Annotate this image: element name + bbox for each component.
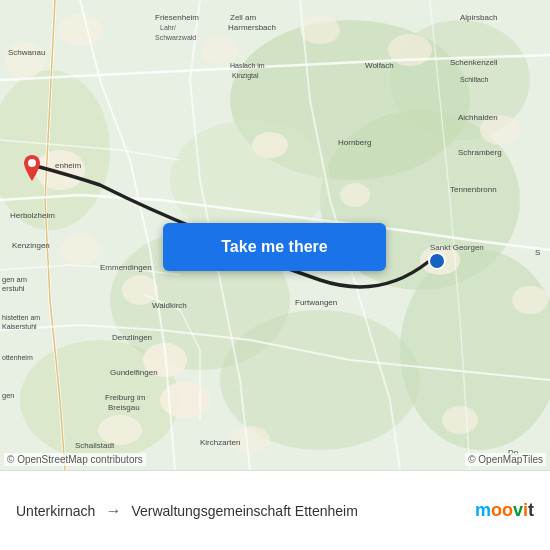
svg-point-22	[58, 14, 102, 46]
svg-text:histetten am: histetten am	[2, 314, 40, 321]
svg-point-66	[429, 253, 445, 269]
svg-text:enheim: enheim	[55, 161, 82, 170]
origin-marker	[22, 155, 42, 175]
svg-text:Kaiserstuhl: Kaiserstuhl	[2, 323, 37, 330]
svg-text:Zell am: Zell am	[230, 13, 257, 22]
svg-text:Waldkirch: Waldkirch	[152, 301, 187, 310]
svg-point-15	[252, 132, 288, 158]
svg-point-65	[28, 159, 36, 167]
svg-text:gen am: gen am	[2, 275, 27, 284]
map-attribution-left: © OpenStreetMap contributors	[4, 453, 146, 466]
svg-text:Sankt Georgen: Sankt Georgen	[430, 243, 484, 252]
svg-text:Aichhalden: Aichhalden	[458, 113, 498, 122]
svg-text:Kirchzarten: Kirchzarten	[200, 438, 240, 447]
svg-point-24	[300, 16, 340, 44]
svg-text:Schramberg: Schramberg	[458, 148, 502, 157]
route-arrow-icon: →	[105, 502, 121, 520]
svg-text:Haslach im: Haslach im	[230, 62, 265, 69]
svg-text:erstuhl: erstuhl	[2, 284, 25, 293]
map-attribution-right: © OpenMapTiles	[465, 453, 546, 466]
app-container: Schwanau Friesenheim Lahr/ Schwarzwald Z…	[0, 0, 550, 550]
moovit-logo: moovit	[475, 500, 534, 521]
logo-letter-m: m	[475, 500, 491, 520]
svg-point-10	[35, 150, 85, 190]
svg-text:Schenkenzell: Schenkenzell	[450, 58, 498, 67]
svg-text:Lahr/: Lahr/	[160, 24, 176, 31]
svg-point-16	[340, 183, 370, 207]
svg-point-11	[60, 235, 100, 265]
svg-text:Schwanau: Schwanau	[8, 48, 45, 57]
logo-letter-o2: o	[502, 500, 513, 520]
svg-text:Emmendingen: Emmendingen	[100, 263, 152, 272]
svg-point-27	[512, 286, 548, 314]
svg-text:Alpirsbach: Alpirsbach	[460, 13, 497, 22]
svg-text:Furtwangen: Furtwangen	[295, 298, 337, 307]
svg-text:gen: gen	[2, 391, 15, 400]
svg-text:Denzlingen: Denzlingen	[112, 333, 152, 342]
svg-text:Schallstadt: Schallstadt	[75, 441, 115, 450]
svg-text:Hornberg: Hornberg	[338, 138, 371, 147]
svg-text:Tennenbronn: Tennenbronn	[450, 185, 497, 194]
svg-point-20	[442, 406, 478, 434]
footer: Unterkirnach → Verwaltungsgemeinschaft E…	[0, 470, 550, 550]
map-area: Schwanau Friesenheim Lahr/ Schwarzwald Z…	[0, 0, 550, 470]
route-info: Unterkirnach → Verwaltungsgemeinschaft E…	[16, 502, 475, 520]
svg-text:Freiburg im: Freiburg im	[105, 393, 146, 402]
svg-point-9	[170, 120, 330, 240]
svg-text:Gundelfingen: Gundelfingen	[110, 368, 158, 377]
destination-marker	[428, 252, 446, 270]
logo-letter-o1: o	[491, 500, 502, 520]
svg-text:Friesenheim: Friesenheim	[155, 13, 199, 22]
logo-letter-t: t	[528, 500, 534, 520]
svg-text:Wolfach: Wolfach	[365, 61, 394, 70]
destination-city-label: Verwaltungsgemeinschaft Ettenheim	[131, 503, 357, 519]
svg-text:Kenzingen: Kenzingen	[12, 241, 50, 250]
svg-text:Schiltach: Schiltach	[460, 76, 489, 83]
svg-text:Herbolzheim: Herbolzheim	[10, 211, 55, 220]
svg-text:Breisgau: Breisgau	[108, 403, 140, 412]
svg-text:Kinzigtal: Kinzigtal	[232, 72, 259, 80]
logo-letter-v: v	[513, 500, 523, 520]
origin-city-label: Unterkirnach	[16, 503, 95, 519]
svg-text:S: S	[535, 248, 540, 257]
svg-point-23	[202, 36, 238, 64]
svg-text:ottenheim: ottenheim	[2, 354, 33, 361]
logo-text: moovit	[475, 500, 534, 521]
svg-text:Harmersbach: Harmersbach	[228, 23, 276, 32]
svg-text:Schwarzwald: Schwarzwald	[155, 34, 196, 41]
take-me-there-button[interactable]: Take me there	[163, 223, 386, 271]
